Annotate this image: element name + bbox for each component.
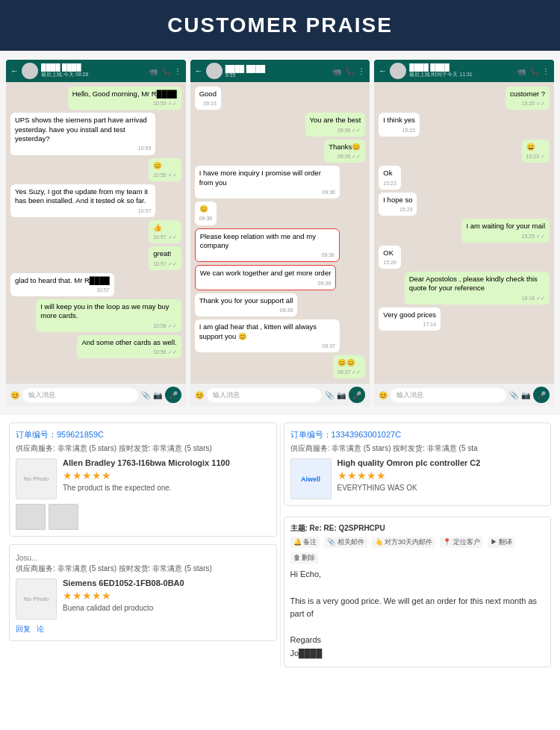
avatar-3 — [390, 63, 406, 79]
product-name-2: Siemens 6ED1052-1FB08-0BA0 — [63, 578, 270, 587]
chat-window-1: ← ████ ████ 最后上线:今天 09:28 📹 📞 ⋮ Hello, G… — [6, 60, 186, 406]
message-bubble: customer ? 15:20 ✓✓ — [505, 87, 550, 110]
thumb-img — [16, 504, 46, 530]
chat-body-3: customer ? 15:20 ✓✓ I think yes 15:22 😄 … — [374, 82, 554, 383]
message-bubble: OK 15:26 — [379, 246, 401, 269]
product-image-2: No Photo — [16, 578, 57, 620]
reviewer-name-2: Josu... — [16, 554, 270, 562]
chat-header-3: ← ████ ████ 最后上线:时间于今天 11:31 📹 📞 ⋮ — [374, 60, 554, 82]
chats-section: ← ████ ████ 最后上线:今天 09:28 📹 📞 ⋮ Hello, G… — [0, 51, 560, 415]
review-card-3: 订单编号：13343963001027C 供应商服务: 非常满意 (5 star… — [284, 422, 552, 506]
review-text-2: Buena calidad del producto — [63, 604, 270, 612]
message-bubble: Thank you for your support all 09:36 — [195, 293, 298, 316]
message-bubble: We can work together and get more order … — [195, 265, 337, 290]
video-icon[interactable]: 📹 — [149, 67, 158, 75]
review-card-1: 订单编号：959621859C 供应商服务: 非常满意 (5 stars) 按时… — [9, 422, 277, 537]
product-name-3: High quality Omron plc controller C2 — [337, 458, 545, 467]
call-icon[interactable]: 📞 — [161, 67, 170, 75]
message-bubble: Dear Apostolos , please kindly check thi… — [405, 272, 550, 305]
email-greeting: Hi Echo, — [290, 568, 545, 581]
attachment-icon[interactable]: 📎 — [509, 391, 518, 399]
email-sender: Jo████ — [290, 647, 545, 661]
toolbar-note[interactable]: 🔔 备注 — [290, 537, 320, 548]
contact-status-3: 最后上线:时间于今天 11:31 — [409, 71, 514, 78]
camera-icon[interactable]: 📷 — [153, 391, 162, 399]
email-body: Hi Echo, This is a very good price. We w… — [290, 568, 545, 660]
stars-3: ★★★★★ — [337, 469, 545, 481]
message-bubble: 😄 15:23 ✓ — [522, 140, 550, 163]
page-title: CUSTOMER PRAISE — [0, 13, 560, 37]
back-arrow-icon[interactable]: ← — [379, 66, 387, 75]
page-header: CUSTOMER PRAISE — [0, 0, 560, 51]
back-arrow-icon[interactable]: ← — [195, 66, 203, 75]
rating-row-3: 供应商服务: 非常满意 (5 stars) 按时发货: 非常满意 (5 sta — [290, 443, 545, 454]
emoji-icon[interactable]: 😊 — [379, 391, 388, 399]
attachment-icon[interactable]: 📎 — [325, 391, 334, 399]
reviews-section: 订单编号：959621859C 供应商服务: 非常满意 (5 stars) 按时… — [0, 415, 560, 674]
product-row-2: No Photo Siemens 6ED1052-1FB08-0BA0 ★★★★… — [16, 578, 270, 620]
video-icon[interactable]: 📹 — [332, 67, 341, 75]
contact-name-2: ████ ████ — [225, 65, 330, 72]
emoji-icon[interactable]: 😊 — [10, 391, 19, 399]
message-bubble: Hello, Good morning, Mr R████ 10:53 ✓✓ — [68, 87, 181, 110]
message-bubble: Very good prices 17:14 — [379, 308, 441, 331]
message-bubble: And some other cards as well. 10:58 ✓✓ — [77, 335, 181, 358]
emoji-icon[interactable]: 😊 — [195, 391, 204, 399]
chat-header-1: ← ████ ████ 最后上线:今天 09:28 📹 📞 ⋮ — [6, 60, 186, 82]
email-card: 主题: Re: RE: Q2SPRHCPU 🔔 备注 📎 相关邮件 👆 对方30… — [284, 517, 552, 667]
toolbar-history[interactable]: 👆 对方30天内邮件 — [372, 537, 436, 548]
toolbar-related[interactable]: 📎 相关邮件 — [324, 537, 367, 548]
menu-icon[interactable]: ⋮ — [542, 67, 550, 75]
camera-icon[interactable]: 📷 — [337, 391, 346, 399]
product-row-1: No Photo Allen Bradley 1763-l16bwa Micro… — [16, 458, 270, 499]
contact-name-3: ████ ████ — [409, 63, 514, 71]
call-icon[interactable]: 📞 — [529, 67, 538, 75]
message-bubble: 😊 10:55 ✓✓ — [149, 158, 181, 181]
mic-button-2[interactable]: 🎤 — [349, 387, 365, 403]
video-icon[interactable]: 📹 — [517, 67, 526, 75]
chat-window-2: ← ████ ████ 9:55 📹 📞 ⋮ Good 09:23 You ar… — [190, 60, 370, 406]
order-id-3: 订单编号：13343963001027C — [290, 429, 545, 440]
message-bubble: I hope so 15:23 — [379, 193, 417, 216]
product-row-3: Aiwell High quality Omron plc controller… — [290, 458, 545, 499]
message-bubble: UPS shows the siemens part have arrivad … — [10, 113, 155, 155]
chat-footer-3: 😊 输入消息 📎 📷 🎤 — [374, 383, 554, 406]
menu-icon[interactable]: ⋮ — [174, 67, 181, 75]
reply-link[interactable]: 回复 — [16, 624, 31, 634]
review-actions-2: 回复 论 — [16, 624, 270, 634]
toolbar-translate[interactable]: ▶ 翻译 — [488, 537, 516, 548]
reviews-right-col: 订单编号：13343963001027C 供应商服务: 非常满意 (5 star… — [280, 422, 555, 667]
call-icon[interactable]: 📞 — [345, 67, 354, 75]
message-bubble: Good 09:23 — [195, 87, 221, 110]
email-subject: 主题: Re: RE: Q2SPRHCPU — [290, 523, 545, 534]
message-input-3[interactable]: 输入消息 — [391, 388, 506, 402]
message-bubble: Thanks😊 09:36 ✓✓ — [324, 140, 365, 163]
forward-link[interactable]: 论 — [37, 624, 44, 634]
chat-body-1: Hello, Good morning, Mr R████ 10:53 ✓✓ U… — [6, 82, 186, 383]
chat-header-2: ← ████ ████ 9:55 📹 📞 ⋮ — [190, 60, 370, 82]
product-image-1: No Photo — [16, 458, 57, 499]
reviews-left-col: 订单编号：959621859C 供应商服务: 非常满意 (5 stars) 按时… — [6, 422, 280, 667]
message-input-2[interactable]: 输入消息 — [207, 388, 323, 402]
message-bubble: I am waiting for your mail 15:25 ✓✓ — [461, 219, 550, 242]
contact-status-2: 9:55 — [225, 72, 330, 78]
order-id-1: 订单编号：959621859C — [16, 429, 270, 440]
back-arrow-icon[interactable]: ← — [10, 66, 19, 75]
message-bubble: Ok 15:23 — [379, 166, 401, 189]
camera-icon[interactable]: 📷 — [521, 391, 530, 399]
message-bubble: You are the best 09:36 ✓✓ — [305, 113, 366, 136]
attachment-icon[interactable]: 📎 — [141, 391, 150, 399]
mic-button-3[interactable]: 🎤 — [533, 387, 550, 403]
menu-icon[interactable]: ⋮ — [358, 67, 365, 75]
message-bubble: 😊😊 09:37 ✓✓ — [333, 355, 365, 378]
review-card-2: Josu... 供应商服务: 非常满意 (5 stars) 按时发货: 非常满意… — [9, 544, 277, 641]
email-regards: Regards — [290, 634, 545, 647]
message-bubble: I will keep you in the loop as we may bu… — [36, 299, 181, 332]
message-input-1[interactable]: 输入消息 — [22, 388, 138, 402]
mic-button-1[interactable]: 🎤 — [165, 387, 181, 403]
email-toolbar: 🔔 备注 📎 相关邮件 👆 对方30天内邮件 📍 定位客户 ▶ 翻译 🗑 删除 — [290, 537, 545, 564]
toolbar-locate[interactable]: 📍 定位客户 — [440, 537, 483, 548]
message-bubble: Please keep relation with me and my comp… — [195, 228, 340, 263]
toolbar-delete[interactable]: 🗑 删除 — [290, 552, 319, 564]
message-bubble: I think yes 15:22 — [379, 113, 420, 136]
